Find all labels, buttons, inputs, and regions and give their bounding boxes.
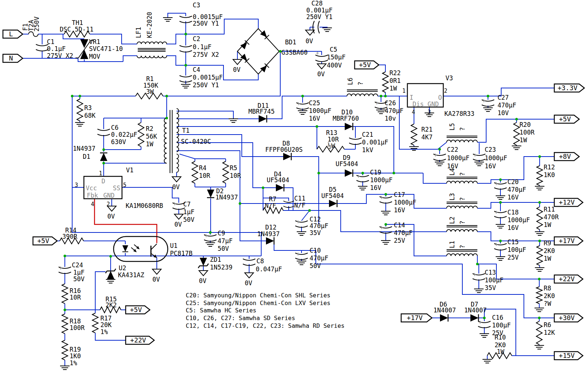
c20-val2: 16V [507, 194, 519, 201]
diode-d12-icon [266, 237, 274, 245]
c26-val2: 10v [385, 115, 396, 122]
v3-pi: I [410, 94, 413, 101]
capacitor-c2-icon [180, 45, 192, 52]
r6-val: 12K [544, 329, 555, 336]
net-tag-17v-out-text: +17V [559, 237, 575, 245]
r9-ref: R9 [544, 239, 551, 247]
ov-c7-icon [174, 214, 183, 219]
net-tag-5v-out: +5V [554, 115, 579, 123]
th1-ref: TH1 [72, 19, 83, 26]
c13-val1: 100µF [485, 276, 503, 284]
c25-ref: C25 [309, 99, 320, 107]
c10-ref: C10 [310, 247, 321, 254]
c12-val2: 35V [310, 229, 321, 236]
d8-val: FFPF06U20S [265, 146, 303, 153]
gnd-r19 [60, 366, 70, 370]
vr1-ref: VR1 [89, 38, 100, 45]
r9-val1: 2K0 [544, 247, 555, 254]
net-tag-12v-out: +12V [554, 198, 583, 206]
r7-ref: R7 [269, 195, 276, 203]
c6-val2: 630V [111, 138, 126, 146]
zd1-ref: ZD1 [210, 256, 221, 263]
r10-val1: 2K0 [495, 341, 506, 349]
net-tag-22v-bl-text: +22V [130, 336, 146, 344]
c4-val2: 250V Y1 [193, 81, 219, 89]
choke-l2-icon [447, 225, 477, 232]
c22-val1: 1000µF [447, 154, 469, 162]
c13-plus: + [473, 271, 476, 278]
v1-pin1: 1 [99, 170, 102, 177]
gnd-c19 [358, 186, 367, 190]
c2-ref: C2 [193, 35, 200, 43]
v1-pss: SS [113, 184, 120, 192]
l2-ref: L2 [448, 217, 456, 224]
c2-val2: 275V X2 [193, 51, 219, 58]
net-tag-17v-in: +17V [401, 314, 432, 322]
net-tag-5v-left-text: +5V [37, 237, 49, 245]
choke-l4-icon [447, 177, 477, 183]
diode-d10-icon [345, 123, 353, 130]
net-tag-5v-bl-text: +5V [130, 306, 142, 314]
r21-ref: R21 [421, 126, 433, 133]
net-tag-5v-top: +5V [355, 61, 379, 69]
wire-feedback-net [57, 232, 261, 366]
v1-pvcc: Vcc [86, 184, 97, 192]
net-tag-3v3-out: +3.3V [554, 84, 584, 92]
r9-val2: 1W [544, 255, 551, 262]
net-tag-line-l: L [3, 30, 23, 38]
d2-val: 1N4937 [215, 194, 238, 201]
d11-val: MBRF745 [248, 108, 275, 115]
gnd-r9 [535, 268, 544, 271]
c14-ref: C14 [394, 221, 405, 229]
gnd-r3 [75, 122, 85, 126]
gnd-c22 [435, 162, 444, 166]
gnd-sec-ct [229, 119, 238, 122]
r7-val: N/F [265, 202, 276, 209]
net-tag-5v-out-text: +5V [559, 115, 571, 123]
gnd-r20 [512, 146, 521, 150]
v1-pd: D [101, 177, 105, 185]
c17-val1: 1000µF [394, 199, 416, 206]
c27-ref: C27 [498, 94, 509, 101]
gnd-c28 [322, 28, 332, 32]
c4-val1: 0.0015µF [193, 74, 223, 81]
r21-val: 4K7 [421, 133, 433, 141]
l5-ref: L5 [448, 123, 456, 131]
note-2: C25: Samyoung/Nippon Chemi-Con LXV Serie… [186, 300, 330, 307]
c9-val2: 50V [218, 245, 229, 252]
diode-d6-icon [440, 314, 448, 322]
v3-pin1: 1 [402, 88, 406, 94]
th1-val: DSC 5D-11 [60, 26, 93, 33]
note-5: C12, C14, C17-C19, C22, C23: Samwha RD S… [186, 322, 344, 329]
net-tag-15v-out: +15V [554, 352, 583, 360]
r19-val1: 1K0 [70, 352, 81, 360]
gnd-c27 [483, 108, 493, 111]
ov-opto: 0V [152, 276, 160, 283]
ov-c28: 0V [306, 37, 313, 45]
c16-ref: C16 [492, 314, 503, 321]
net-tag-30v-out-text: +30V [559, 314, 575, 322]
v3-pin4: 4 [412, 109, 415, 115]
c27-plus: + [482, 98, 485, 104]
diode-d1-icon [100, 153, 107, 161]
v1-pgnd: GND [103, 192, 115, 199]
c6-ref: C6 [111, 124, 118, 131]
r12-ref: R12 [544, 164, 555, 171]
ov-c7: 0V [174, 221, 182, 228]
l4-val: ? [459, 172, 466, 176]
l2-val: ? [459, 221, 466, 224]
c19-plus: + [357, 173, 360, 180]
c15-val1: 100µF [507, 246, 526, 253]
v1-val: KA1M0680RB [126, 202, 163, 209]
c4-ref: C4 [193, 66, 200, 73]
c14-plus: + [380, 224, 383, 231]
net-tag-8v-out: +8V [554, 153, 579, 161]
gnd-c23 [474, 162, 484, 166]
c1-val1: 0.1µF [47, 45, 66, 52]
c22-ref: C22 [447, 146, 458, 153]
c17-ref: C17 [394, 191, 405, 198]
gnd-c15 [496, 257, 505, 260]
c17-val2: 16V [394, 206, 405, 214]
choke-l1-icon [447, 250, 477, 256]
r15-val: 2K2 [106, 301, 117, 309]
